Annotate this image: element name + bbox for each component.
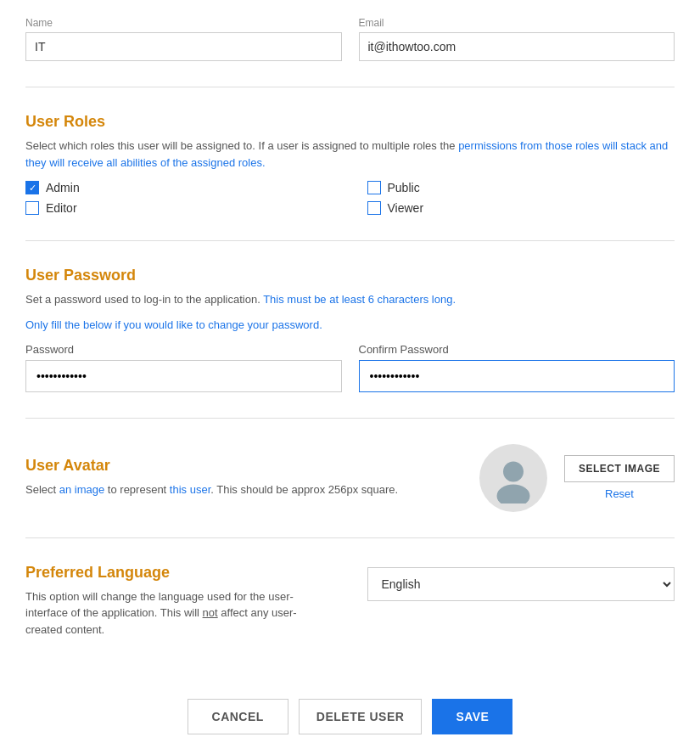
divider-2 bbox=[25, 240, 675, 241]
user-password-description: Set a password used to log-in to the app… bbox=[25, 291, 675, 308]
avatar-person-icon bbox=[488, 453, 539, 504]
svg-point-0 bbox=[503, 461, 524, 481]
user-avatar-section: User Avatar Select an image to represent… bbox=[25, 427, 675, 529]
user-roles-title: User Roles bbox=[25, 113, 675, 131]
avatar-section-inner: User Avatar Select an image to represent… bbox=[25, 444, 675, 512]
divider-3 bbox=[25, 418, 675, 419]
user-roles-description: Select which roles this user will be ass… bbox=[25, 138, 675, 171]
save-button[interactable]: SAVE bbox=[432, 699, 512, 734]
public-label: Public bbox=[388, 181, 420, 194]
name-input[interactable] bbox=[25, 32, 342, 61]
role-viewer: Viewer bbox=[367, 201, 675, 215]
admin-checkbox[interactable] bbox=[25, 181, 39, 194]
viewer-checkbox[interactable] bbox=[367, 201, 381, 215]
divider-1 bbox=[25, 87, 675, 87]
reset-avatar-button[interactable]: Reset bbox=[605, 487, 634, 500]
language-select-wrapper: English French German Spanish Portuguese bbox=[367, 564, 675, 601]
avatar-controls: SELECT IMAGE Reset bbox=[564, 455, 675, 500]
delete-user-button[interactable]: DELETE USER bbox=[299, 699, 423, 734]
confirm-password-field-group: Confirm Password bbox=[359, 343, 675, 392]
password-field-group: Password bbox=[25, 343, 342, 392]
email-field-group: Email bbox=[359, 17, 675, 61]
roles-grid: Admin Public Editor Viewer bbox=[25, 181, 675, 215]
password-label: Password bbox=[25, 343, 342, 356]
user-password-section: User Password Set a password used to log… bbox=[25, 250, 675, 409]
language-description: Preferred Language This option will chan… bbox=[25, 564, 333, 649]
email-label: Email bbox=[359, 17, 675, 29]
cancel-button[interactable]: CANCEL bbox=[188, 699, 288, 734]
role-editor: Editor bbox=[25, 201, 333, 215]
avatar-description-text: Select an image to represent this user. … bbox=[25, 481, 462, 498]
editor-checkbox[interactable] bbox=[25, 201, 39, 215]
role-public: Public bbox=[367, 181, 675, 194]
confirm-password-input[interactable] bbox=[359, 360, 675, 392]
language-section-inner: Preferred Language This option will chan… bbox=[25, 564, 675, 649]
preferred-language-section: Preferred Language This option will chan… bbox=[25, 547, 675, 666]
page-container: Name Email User Roles Select which roles… bbox=[0, 0, 700, 737]
language-description-text: This option will change the language use… bbox=[25, 588, 333, 639]
role-admin: Admin bbox=[25, 181, 333, 194]
svg-point-1 bbox=[496, 484, 529, 504]
admin-label: Admin bbox=[46, 181, 80, 194]
email-input[interactable] bbox=[359, 32, 675, 61]
action-buttons: CANCEL DELETE USER SAVE bbox=[25, 690, 675, 734]
top-fields: Name Email bbox=[25, 0, 675, 78]
avatar-image bbox=[479, 444, 547, 512]
viewer-label: Viewer bbox=[388, 201, 424, 215]
select-image-button[interactable]: SELECT IMAGE bbox=[564, 455, 675, 482]
user-password-title: User Password bbox=[25, 267, 675, 284]
password-fields: Password Confirm Password bbox=[25, 343, 675, 392]
confirm-password-label: Confirm Password bbox=[359, 343, 675, 356]
name-label: Name bbox=[25, 17, 342, 29]
avatar-description: User Avatar Select an image to represent… bbox=[25, 457, 462, 498]
password-input[interactable] bbox=[25, 360, 342, 392]
user-roles-section: User Roles Select which roles this user … bbox=[25, 96, 675, 232]
divider-4 bbox=[25, 537, 675, 538]
language-select[interactable]: English French German Spanish Portuguese bbox=[367, 567, 675, 601]
editor-label: Editor bbox=[46, 201, 77, 215]
password-sub-description: Only fill the below if you would like to… bbox=[25, 318, 675, 331]
name-field-group: Name bbox=[25, 17, 342, 61]
user-avatar-title: User Avatar bbox=[25, 457, 462, 475]
preferred-language-title: Preferred Language bbox=[25, 564, 333, 582]
public-checkbox[interactable] bbox=[367, 181, 381, 194]
